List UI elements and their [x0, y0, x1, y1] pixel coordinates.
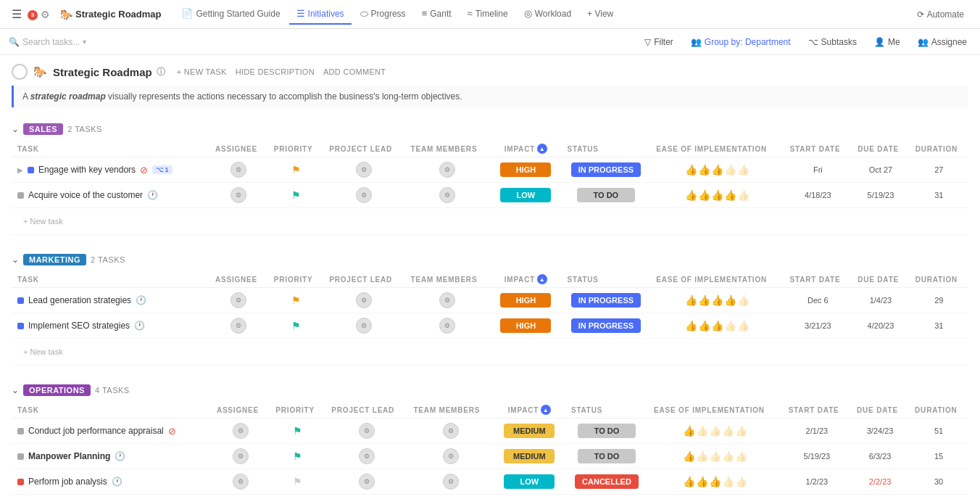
- menu-hamburger-icon[interactable]: ☰: [9, 4, 25, 24]
- table-row: Implement SEO strategies 🕐 ⚙ ⚑ ⚙: [12, 313, 968, 339]
- new-task-button[interactable]: + NEW TASK: [177, 67, 227, 76]
- project-info-icon[interactable]: ⓘ: [157, 66, 165, 78]
- impact-badge[interactable]: LOW: [504, 474, 555, 489]
- task-status-cell: TO DO: [565, 444, 648, 469]
- task-ease-cell: 👍👍👍👍👍: [650, 157, 784, 183]
- table-row: Acquire voice of the customer 🕐 ⚙ ⚑ ⚙: [12, 183, 968, 208]
- group-by-icon: 👥: [691, 37, 702, 47]
- project-lead-avatar: ⚙: [356, 162, 372, 178]
- task-name-text[interactable]: Manpower Planning: [28, 451, 110, 461]
- project-horse-icon: 🐎: [60, 9, 72, 20]
- project-icon-nav: 🐎: [33, 65, 47, 78]
- impact-sort-icon[interactable]: ▲: [537, 144, 547, 154]
- team-members-avatar: ⚙: [443, 448, 459, 464]
- priority-flag-icon[interactable]: ⚑: [293, 425, 302, 437]
- section-tag-operations[interactable]: OPERATIONS: [23, 384, 91, 396]
- table-row: ▶ Engage with key vendors ⊘⌥ 1 ⚙ ⚑ ⚙: [12, 157, 968, 183]
- me-button[interactable]: 👤 Me: [870, 36, 905, 49]
- impact-badge[interactable]: LOW: [500, 188, 551, 202]
- main-content: 🐎 Strategic Roadmap ⓘ + NEW TASK HIDE DE…: [0, 55, 980, 499]
- tab-getting-started[interactable]: 📄 Getting Started Guide: [174, 4, 287, 25]
- task-name-cell: Conduct job performance appraisal ⊘: [12, 418, 211, 444]
- filter-button[interactable]: ▽ Filter: [640, 36, 678, 49]
- automate-button[interactable]: ⟳ Automate: [910, 7, 971, 22]
- status-badge[interactable]: IN PROGRESS: [571, 162, 641, 177]
- section-tag-marketing[interactable]: MARKETING: [23, 254, 86, 265]
- col-header-due-date: DUE DATE: [852, 141, 909, 157]
- tab-gantt[interactable]: ≡ Gantt: [415, 4, 459, 25]
- priority-flag-icon[interactable]: ⚑: [291, 320, 301, 331]
- task-assignee-cell: ⚙: [209, 183, 268, 208]
- new-task-button-section[interactable]: + New task: [17, 213, 69, 230]
- status-badge[interactable]: TO DO: [578, 449, 636, 463]
- new-task-button-section[interactable]: + New task: [17, 343, 69, 360]
- col-header-impact: IMPACT ▲: [490, 271, 561, 288]
- table-row: Perform job analysis 🕐 ⚙ ⚑ ⚙: [12, 469, 968, 495]
- task-table-sales: TASK ASSIGNEE PRIORITY PROJECT LEAD TEAM…: [12, 141, 968, 235]
- group-by-button[interactable]: 👥 Group by: Department: [686, 36, 795, 49]
- section-toggle-sales[interactable]: ⌄: [12, 124, 19, 134]
- col-header-task: TASK: [12, 271, 209, 288]
- task-team-members-cell: ⚙: [405, 288, 491, 313]
- tab-add-view[interactable]: + View: [580, 4, 620, 25]
- impact-sort-icon[interactable]: ▲: [541, 405, 551, 415]
- status-badge[interactable]: IN PROGRESS: [571, 318, 641, 333]
- task-name-cell: Perform job analysis 🕐: [12, 469, 211, 495]
- col-header-team-members: TEAM MEMBERS: [405, 141, 491, 157]
- task-name-text[interactable]: Conduct job performance appraisal: [28, 426, 164, 436]
- task-name-text[interactable]: Perform job analysis: [28, 477, 107, 487]
- impact-badge[interactable]: MEDIUM: [504, 449, 555, 463]
- impact-badge[interactable]: HIGH: [500, 293, 551, 308]
- task-expand-arrow[interactable]: ▶: [17, 166, 23, 174]
- search-input-area[interactable]: 🔍 Search tasks... ▾: [9, 37, 640, 47]
- task-impact-cell: LOW: [490, 183, 561, 208]
- subtasks-button[interactable]: ⌥ Subtasks: [804, 36, 861, 49]
- task-name-text[interactable]: Engage with key vendors: [38, 165, 136, 175]
- status-badge[interactable]: IN PROGRESS: [571, 293, 641, 308]
- section-header-operations: ⌄ OPERATIONS 4 TASKS: [12, 380, 968, 400]
- priority-flag-icon[interactable]: ⚑: [293, 450, 302, 462]
- task-color-indicator: [17, 192, 24, 199]
- task-impact-cell: MEDIUM: [494, 418, 565, 444]
- avatar: ⚙: [233, 448, 249, 464]
- tab-progress[interactable]: ⬭ Progress: [353, 4, 413, 25]
- thumb-icon-2: 👍: [711, 164, 723, 176]
- task-name-text[interactable]: Implement SEO strategies: [28, 321, 130, 331]
- section-task-count-operations: 4 TASKS: [95, 386, 130, 395]
- status-badge[interactable]: TO DO: [578, 424, 636, 438]
- task-subtask-badge[interactable]: ⌥ 1: [152, 165, 173, 174]
- team-members-avatar: ⚙: [439, 292, 455, 308]
- priority-flag-icon[interactable]: ⚑: [291, 189, 301, 201]
- priority-flag-icon[interactable]: ⚑: [291, 294, 301, 306]
- col-header-status: STATUS: [562, 141, 651, 157]
- impact-sort-icon[interactable]: ▲: [537, 274, 547, 284]
- thumb-icon-2: 👍: [711, 320, 723, 331]
- section-toggle-marketing[interactable]: ⌄: [12, 255, 19, 265]
- assignee-button[interactable]: 👥 Assignee: [913, 36, 971, 49]
- section-toggle-operations[interactable]: ⌄: [12, 385, 19, 395]
- impact-badge[interactable]: HIGH: [500, 162, 551, 177]
- task-team-members-cell: ⚙: [405, 313, 491, 339]
- task-priority-cell: ⚑: [270, 444, 325, 469]
- col-header-task: TASK: [12, 141, 209, 157]
- assignee-label: Assignee: [931, 37, 967, 47]
- thumb-icon-0: 👍: [685, 320, 697, 331]
- tab-initiatives[interactable]: ☰ Initiatives: [289, 4, 352, 25]
- impact-badge[interactable]: HIGH: [500, 318, 551, 333]
- task-ease-cell: 👍👍👍👍👍: [650, 288, 784, 313]
- add-comment-button[interactable]: ADD COMMENT: [323, 67, 386, 76]
- settings-gear-icon[interactable]: ⚙: [38, 6, 53, 23]
- status-badge[interactable]: TO DO: [577, 188, 635, 202]
- thumb-icon-4: 👍: [735, 450, 747, 462]
- priority-flag-icon[interactable]: ⚑: [291, 164, 301, 176]
- section-tag-sales[interactable]: SALES: [23, 123, 63, 135]
- hide-description-button[interactable]: HIDE DESCRIPTION: [236, 67, 315, 76]
- tab-workload[interactable]: ◎ Workload: [517, 4, 578, 25]
- task-name-text[interactable]: Lead generation strategies: [28, 295, 131, 305]
- tab-timeline[interactable]: ≈ Timeline: [460, 4, 515, 25]
- task-name-text[interactable]: Acquire voice of the customer: [28, 190, 143, 200]
- impact-badge[interactable]: MEDIUM: [504, 424, 555, 438]
- status-badge[interactable]: CANCELLED: [575, 474, 639, 489]
- col-header-assignee: ASSIGNEE: [211, 402, 270, 418]
- priority-flag-icon[interactable]: ⚑: [293, 476, 302, 487]
